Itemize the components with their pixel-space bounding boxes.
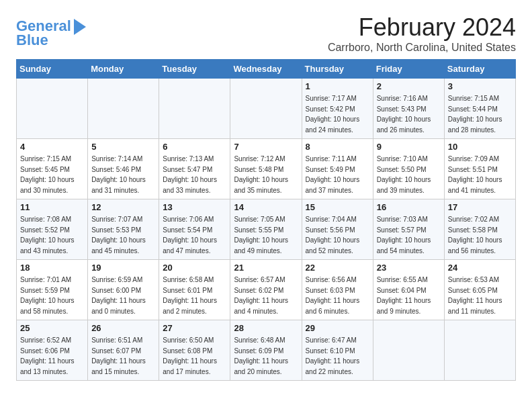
day-number: 12 <box>91 202 155 212</box>
day-info: Sunrise: 6:57 AM Sunset: 6:02 PM Dayligh… <box>234 275 298 316</box>
calendar-cell: 14Sunrise: 7:05 AM Sunset: 5:55 PM Dayli… <box>230 199 302 260</box>
day-number: 16 <box>377 202 441 212</box>
day-number: 10 <box>448 142 512 152</box>
logo-text-blue: Blue <box>16 32 48 48</box>
calendar-week-row: 4Sunrise: 7:15 AM Sunset: 5:45 PM Daylig… <box>17 139 516 199</box>
day-number: 17 <box>448 202 512 212</box>
calendar-cell: 8Sunrise: 7:11 AM Sunset: 5:49 PM Daylig… <box>302 139 373 199</box>
day-info: Sunrise: 7:15 AM Sunset: 5:45 PM Dayligh… <box>20 154 84 195</box>
calendar-cell: 5Sunrise: 7:14 AM Sunset: 5:46 PM Daylig… <box>88 139 159 199</box>
day-info: Sunrise: 6:48 AM Sunset: 6:09 PM Dayligh… <box>234 335 298 377</box>
calendar-cell: 9Sunrise: 7:10 AM Sunset: 5:50 PM Daylig… <box>373 139 444 199</box>
calendar-cell: 17Sunrise: 7:02 AM Sunset: 5:58 PM Dayli… <box>444 199 515 260</box>
calendar-cell: 11Sunrise: 7:08 AM Sunset: 5:52 PM Dayli… <box>17 199 88 260</box>
day-info: Sunrise: 7:01 AM Sunset: 5:59 PM Dayligh… <box>20 275 84 316</box>
calendar-cell: 19Sunrise: 6:59 AM Sunset: 6:00 PM Dayli… <box>88 260 159 320</box>
day-number: 19 <box>91 263 155 273</box>
calendar-week-row: 11Sunrise: 7:08 AM Sunset: 5:52 PM Dayli… <box>17 199 516 260</box>
day-number: 2 <box>377 81 441 91</box>
day-info: Sunrise: 6:51 AM Sunset: 6:07 PM Dayligh… <box>91 335 155 377</box>
calendar-cell: 28Sunrise: 6:48 AM Sunset: 6:09 PM Dayli… <box>230 320 302 381</box>
day-number: 13 <box>163 202 226 212</box>
day-number: 5 <box>91 142 155 152</box>
day-number: 4 <box>20 142 84 152</box>
calendar-week-row: 25Sunrise: 6:52 AM Sunset: 6:06 PM Dayli… <box>17 320 516 381</box>
day-info: Sunrise: 6:58 AM Sunset: 6:01 PM Dayligh… <box>163 275 226 316</box>
col-header-monday: Monday <box>88 60 159 79</box>
day-info: Sunrise: 7:15 AM Sunset: 5:44 PM Dayligh… <box>448 93 512 135</box>
day-info: Sunrise: 7:03 AM Sunset: 5:57 PM Dayligh… <box>377 214 441 256</box>
day-info: Sunrise: 7:10 AM Sunset: 5:50 PM Dayligh… <box>377 154 441 195</box>
day-number: 15 <box>306 202 369 212</box>
calendar-cell: 15Sunrise: 7:04 AM Sunset: 5:56 PM Dayli… <box>302 199 373 260</box>
day-number: 22 <box>306 263 369 273</box>
calendar-cell <box>17 79 88 139</box>
day-info: Sunrise: 7:16 AM Sunset: 5:43 PM Dayligh… <box>377 93 441 135</box>
col-header-sunday: Sunday <box>17 60 88 79</box>
day-number: 18 <box>20 263 84 273</box>
header: General Blue February 2024 Carrboro, Nor… <box>16 13 516 54</box>
calendar-cell: 22Sunrise: 6:56 AM Sunset: 6:03 PM Dayli… <box>302 260 373 320</box>
main-title: February 2024 <box>328 13 516 42</box>
calendar-cell: 21Sunrise: 6:57 AM Sunset: 6:02 PM Dayli… <box>230 260 302 320</box>
day-number: 3 <box>448 81 512 91</box>
day-info: Sunrise: 7:08 AM Sunset: 5:52 PM Dayligh… <box>20 214 84 256</box>
day-info: Sunrise: 7:17 AM Sunset: 5:42 PM Dayligh… <box>306 93 369 135</box>
day-number: 14 <box>234 202 298 212</box>
calendar-week-row: 1Sunrise: 7:17 AM Sunset: 5:42 PM Daylig… <box>17 79 516 139</box>
calendar-cell <box>444 320 515 381</box>
col-header-tuesday: Tuesday <box>159 60 230 79</box>
day-info: Sunrise: 6:47 AM Sunset: 6:10 PM Dayligh… <box>306 335 369 377</box>
day-info: Sunrise: 6:56 AM Sunset: 6:03 PM Dayligh… <box>306 275 369 316</box>
title-area: February 2024 Carrboro, North Carolina, … <box>328 13 516 54</box>
day-number: 1 <box>306 81 369 91</box>
day-info: Sunrise: 6:59 AM Sunset: 6:00 PM Dayligh… <box>91 275 155 316</box>
col-header-friday: Friday <box>373 60 444 79</box>
day-number: 9 <box>377 142 441 152</box>
calendar-cell: 3Sunrise: 7:15 AM Sunset: 5:44 PM Daylig… <box>444 79 515 139</box>
col-header-wednesday: Wednesday <box>230 60 302 79</box>
calendar-header-row: SundayMondayTuesdayWednesdayThursdayFrid… <box>17 60 516 79</box>
calendar-cell: 2Sunrise: 7:16 AM Sunset: 5:43 PM Daylig… <box>373 79 444 139</box>
calendar-cell: 4Sunrise: 7:15 AM Sunset: 5:45 PM Daylig… <box>17 139 88 199</box>
calendar-cell: 23Sunrise: 6:55 AM Sunset: 6:04 PM Dayli… <box>373 260 444 320</box>
day-number: 20 <box>163 263 226 273</box>
logo: General Blue <box>16 17 86 48</box>
day-number: 7 <box>234 142 298 152</box>
day-info: Sunrise: 6:53 AM Sunset: 6:05 PM Dayligh… <box>448 275 512 316</box>
calendar-cell <box>373 320 444 381</box>
calendar-cell: 27Sunrise: 6:50 AM Sunset: 6:08 PM Dayli… <box>159 320 230 381</box>
calendar-cell: 29Sunrise: 6:47 AM Sunset: 6:10 PM Dayli… <box>302 320 373 381</box>
col-header-saturday: Saturday <box>444 60 515 79</box>
sub-title: Carrboro, North Carolina, United States <box>328 42 516 54</box>
calendar-cell: 25Sunrise: 6:52 AM Sunset: 6:06 PM Dayli… <box>17 320 88 381</box>
day-number: 27 <box>163 323 226 333</box>
day-number: 6 <box>163 142 226 152</box>
day-number: 29 <box>306 323 369 333</box>
day-info: Sunrise: 7:12 AM Sunset: 5:48 PM Dayligh… <box>234 154 298 195</box>
day-info: Sunrise: 7:06 AM Sunset: 5:54 PM Dayligh… <box>163 214 226 256</box>
calendar-cell <box>88 79 159 139</box>
day-info: Sunrise: 6:50 AM Sunset: 6:08 PM Dayligh… <box>163 335 226 377</box>
day-number: 11 <box>20 202 84 212</box>
day-info: Sunrise: 6:52 AM Sunset: 6:06 PM Dayligh… <box>20 335 84 377</box>
calendar-cell: 16Sunrise: 7:03 AM Sunset: 5:57 PM Dayli… <box>373 199 444 260</box>
day-info: Sunrise: 7:11 AM Sunset: 5:49 PM Dayligh… <box>306 154 369 195</box>
day-number: 24 <box>448 263 512 273</box>
day-info: Sunrise: 7:07 AM Sunset: 5:53 PM Dayligh… <box>91 214 155 256</box>
calendar-cell: 24Sunrise: 6:53 AM Sunset: 6:05 PM Dayli… <box>444 260 515 320</box>
calendar-cell: 6Sunrise: 7:13 AM Sunset: 5:47 PM Daylig… <box>159 139 230 199</box>
calendar-cell: 12Sunrise: 7:07 AM Sunset: 5:53 PM Dayli… <box>88 199 159 260</box>
day-info: Sunrise: 7:02 AM Sunset: 5:58 PM Dayligh… <box>448 214 512 256</box>
calendar-cell: 18Sunrise: 7:01 AM Sunset: 5:59 PM Dayli… <box>17 260 88 320</box>
day-number: 23 <box>377 263 441 273</box>
day-info: Sunrise: 7:13 AM Sunset: 5:47 PM Dayligh… <box>163 154 226 195</box>
calendar-week-row: 18Sunrise: 7:01 AM Sunset: 5:59 PM Dayli… <box>17 260 516 320</box>
day-number: 26 <box>91 323 155 333</box>
day-info: Sunrise: 7:05 AM Sunset: 5:55 PM Dayligh… <box>234 214 298 256</box>
day-number: 21 <box>234 263 298 273</box>
calendar-cell: 13Sunrise: 7:06 AM Sunset: 5:54 PM Dayli… <box>159 199 230 260</box>
day-info: Sunrise: 7:09 AM Sunset: 5:51 PM Dayligh… <box>448 154 512 195</box>
logo-arrow-icon <box>74 19 86 35</box>
calendar-cell <box>230 79 302 139</box>
